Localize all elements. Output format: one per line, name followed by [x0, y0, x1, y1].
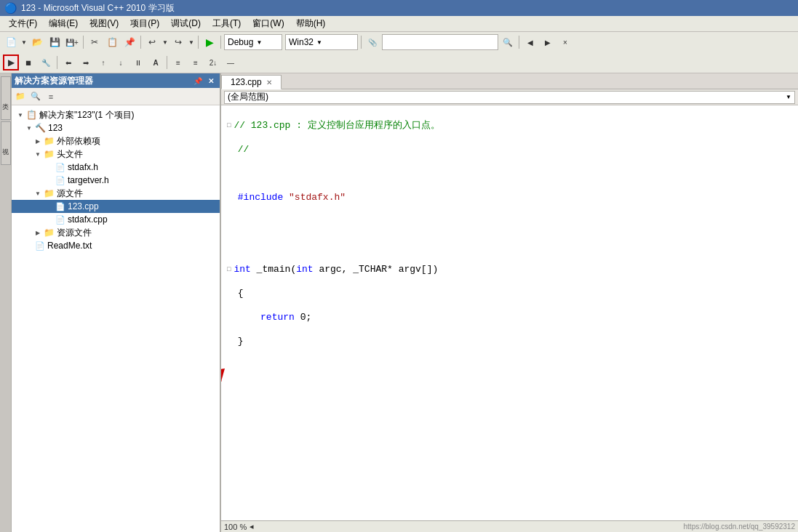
bottom-bar: 100 % ◂ https://blog.csdn.net/qq_3959231…: [221, 520, 798, 532]
window-next-button[interactable]: ▶: [540, 34, 556, 50]
menu-file[interactable]: 文件(F): [3, 16, 43, 31]
toolbar2-btn1[interactable]: ⏹: [20, 55, 36, 70]
scope-dropdown[interactable]: (全局范围) ▼: [224, 91, 795, 104]
tree-item-headers[interactable]: ▼ 📁 头文件: [12, 148, 220, 161]
run-button[interactable]: ▶: [202, 34, 218, 50]
indent-more-button[interactable]: ≡: [188, 55, 204, 70]
code-content[interactable]: □// 123.cpp : 定义控制台应用程序的入口点。 // #include…: [221, 105, 798, 520]
search-input[interactable]: [382, 34, 498, 50]
sep-2: [140, 36, 141, 49]
main-area: 类 视 解决方案资源管理器 📌 ✕ 📁 🔍 ≡ ▼ 📋 解决方案"123"(1 …: [0, 73, 798, 532]
scope-arrow: ▼: [786, 94, 791, 100]
tree-item-readme[interactable]: 📄 ReadMe.txt: [12, 239, 220, 252]
debug-run-button[interactable]: ▶: [3, 55, 19, 70]
code-area[interactable]: □// 123.cpp : 定义控制台应用程序的入口点。 // #include…: [221, 105, 798, 520]
redo-button[interactable]: ↪: [170, 34, 186, 50]
config-dropdown-arrow: ▼: [256, 39, 262, 46]
cut-button[interactable]: ✂: [87, 34, 103, 50]
code-line-8: {: [227, 287, 792, 300]
search-button[interactable]: 🔍: [500, 34, 516, 50]
window-title: 123 - Microsoft Visual C++ 2010 学习版: [21, 2, 175, 15]
scope-bar: (全局范围) ▼: [221, 89, 798, 105]
code-line-1: □// 123.cpp : 定义控制台应用程序的入口点。: [227, 119, 792, 132]
editor-area: 123.cpp ✕ (全局范围) ▼ □// 123.cpp : 定义控制台应用…: [221, 73, 798, 532]
left-tab-1[interactable]: 类: [1, 76, 11, 120]
menu-window[interactable]: 窗口(W): [247, 16, 290, 31]
open-button[interactable]: 📂: [29, 34, 45, 50]
panel-tool-3[interactable]: ≡: [44, 89, 58, 104]
sep-1: [83, 36, 84, 49]
menu-edit[interactable]: 编辑(E): [43, 16, 84, 31]
menu-project[interactable]: 项目(P): [124, 16, 165, 31]
tree-item-source[interactable]: ▼ 📁 源文件: [12, 187, 220, 200]
tree-item-stdafx-cpp[interactable]: 📄 stdafx.cpp: [12, 213, 220, 226]
redo-dropdown-button[interactable]: ▼: [188, 34, 195, 50]
code-line-6: [227, 239, 792, 252]
zoom-scroll[interactable]: ◂: [250, 522, 254, 531]
tree-item-extdeps[interactable]: ▶ 📁 外部依赖项: [12, 134, 220, 148]
code-line-3: [227, 167, 792, 180]
panel-tool-2[interactable]: 🔍: [28, 89, 43, 104]
platform-dropdown[interactable]: Win32 ▼: [285, 34, 358, 50]
tab-bar: 123.cpp ✕: [221, 73, 798, 89]
app-icon: 🔵: [4, 2, 17, 14]
panel-pin-button[interactable]: 📌: [192, 75, 204, 86]
comment-button[interactable]: 2↓: [205, 55, 221, 70]
scope-label: (全局范围): [228, 91, 268, 103]
left-tabs: 类 视: [0, 73, 12, 532]
new-file-button[interactable]: 📄: [3, 34, 19, 50]
paste-button[interactable]: 📌: [121, 34, 137, 50]
toolbar2-a[interactable]: A: [148, 55, 164, 70]
zoom-level: 100 %: [224, 523, 247, 531]
code-line-5: [227, 215, 792, 228]
menu-debug[interactable]: 调试(D): [165, 16, 207, 31]
window-prev-button[interactable]: ◀: [522, 34, 538, 50]
indent-less-button[interactable]: ≡: [170, 55, 186, 70]
tree-item-project[interactable]: ▼ 🔨 123: [12, 121, 220, 134]
more-windows-button[interactable]: ×: [557, 34, 573, 50]
undo-button[interactable]: ↩: [144, 34, 160, 50]
tab-label: 123.cpp: [231, 77, 262, 87]
undo-dropdown-button[interactable]: ▼: [161, 34, 169, 50]
sep-7: [57, 56, 57, 69]
tree-item-stdafx-h[interactable]: 📄 stdafx.h: [12, 161, 220, 174]
uncomment-button[interactable]: —: [223, 55, 239, 70]
tab-123-cpp[interactable]: 123.cpp ✕: [221, 75, 282, 89]
menu-tools[interactable]: 工具(T): [207, 16, 247, 31]
collapse-7[interactable]: □: [227, 263, 231, 276]
panel-title: 解决方案资源管理器: [15, 75, 191, 87]
solution-panel: 解决方案资源管理器 📌 ✕ 📁 🔍 ≡ ▼ 📋 解决方案"123"(1 个项目)…: [12, 73, 221, 532]
save-button[interactable]: 💾: [47, 34, 63, 50]
menu-help[interactable]: 帮助(H): [290, 16, 332, 31]
toolbar2-btn2[interactable]: 🔧: [38, 55, 54, 70]
attach-button[interactable]: 📎: [364, 34, 380, 50]
tab-close-button[interactable]: ✕: [266, 78, 272, 86]
collapse-1[interactable]: □: [227, 119, 231, 132]
code-line-7: □int _tmain(int argc, _TCHAR* argv[]): [227, 263, 792, 276]
toolbar2-nav3[interactable]: ↑: [95, 55, 111, 70]
title-bar: 🔵 123 - Microsoft Visual C++ 2010 学习版: [0, 0, 798, 16]
watermark: https://blog.csdn.net/qq_39592312: [684, 523, 795, 531]
panel-close-button[interactable]: ✕: [205, 75, 217, 86]
toolbar2-nav1[interactable]: ⬅: [60, 55, 76, 70]
config-dropdown[interactable]: Debug ▼: [224, 34, 282, 50]
panel-tool-1[interactable]: 📁: [13, 89, 28, 104]
toolbar-area: 📄 ▼ 📂 💾 💾+ ✂ 📋 📌 ↩ ▼ ↪ ▼ ▶ Debug ▼: [0, 32, 798, 73]
toolbar2-nav4[interactable]: ↓: [113, 55, 129, 70]
save-all-button[interactable]: 💾+: [64, 34, 80, 50]
code-line-10: }: [227, 335, 792, 348]
tree-item-resources[interactable]: ▶ 📁 资源文件: [12, 226, 220, 239]
toolbar2-stop[interactable]: ⏸: [130, 55, 146, 70]
new-dropdown-button[interactable]: ▼: [20, 34, 28, 50]
tree-item-123-cpp[interactable]: 📄 123.cpp: [12, 200, 220, 213]
toolbar2-nav2[interactable]: ➡: [78, 55, 94, 70]
tree-item-targetver-h[interactable]: 📄 targetver.h: [12, 174, 220, 187]
menu-view[interactable]: 视图(V): [84, 16, 124, 31]
copy-button[interactable]: 📋: [104, 34, 120, 50]
code-line-2: //: [227, 143, 792, 156]
sep-6: [519, 36, 519, 49]
left-tab-2[interactable]: 视: [1, 121, 11, 165]
code-line-9: return 0;: [227, 311, 792, 324]
sep-8: [167, 56, 167, 69]
tree-item-solution[interactable]: ▼ 📋 解决方案"123"(1 个项目): [12, 108, 220, 121]
